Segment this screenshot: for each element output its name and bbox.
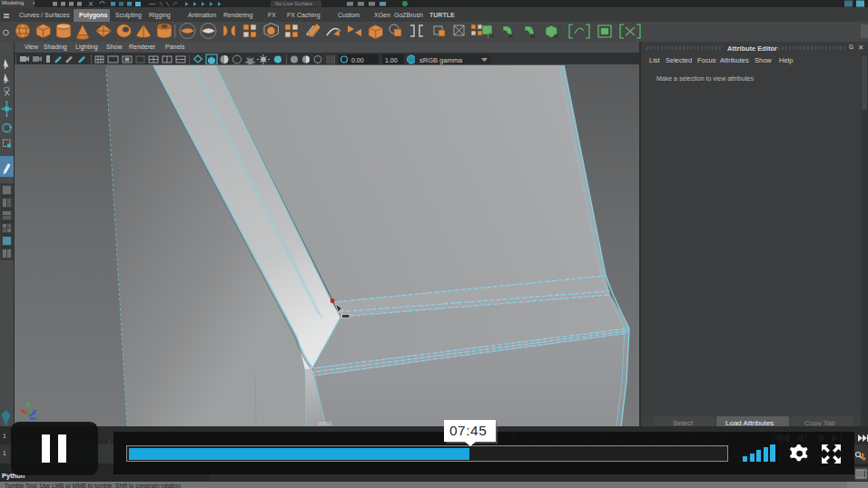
svg-text:No Live Surface: No Live Surface [275, 1, 312, 6]
svg-text:0.00: 0.00 [351, 57, 364, 63]
svg-text:persp: persp [318, 420, 332, 427]
svg-text:1.00: 1.00 [385, 57, 398, 63]
svg-text:sRGB gamma: sRGB gamma [419, 56, 463, 64]
